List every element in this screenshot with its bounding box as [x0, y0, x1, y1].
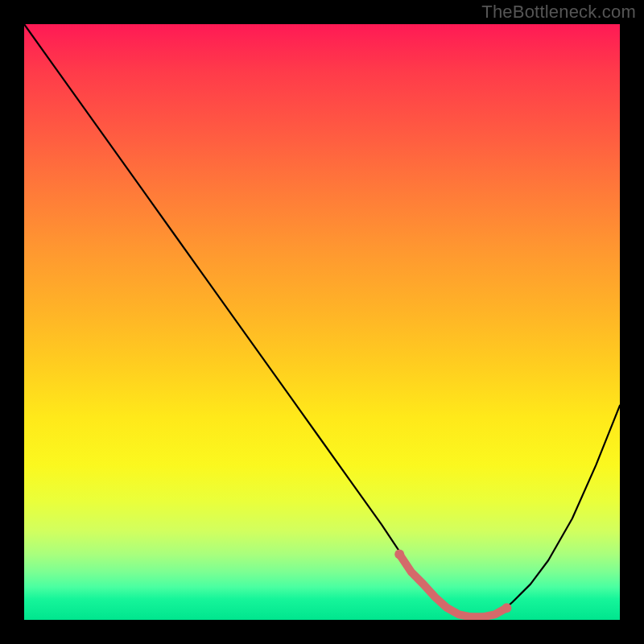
optimal-range-highlight — [399, 555, 506, 617]
chart-stage: TheBottleneck.com — [0, 0, 644, 644]
watermark-text: TheBottleneck.com — [481, 2, 636, 23]
optimal-range-end-dot — [502, 603, 511, 613]
chart-overlay — [24, 24, 620, 620]
optimal-range-start-dot — [394, 550, 404, 559]
plot-area — [24, 24, 620, 620]
bottleneck-curve — [24, 24, 620, 617]
